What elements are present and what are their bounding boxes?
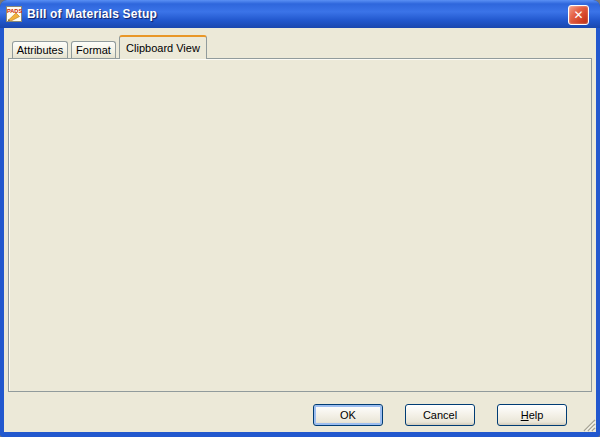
cancel-button[interactable]: Cancel xyxy=(405,404,475,426)
close-icon: ✕ xyxy=(573,8,583,22)
pads-app-icon: PADS xyxy=(6,6,22,22)
tab-page-clipboard-view xyxy=(8,58,592,392)
resize-grip-icon[interactable] xyxy=(582,418,596,432)
pads-logo-text: PADS xyxy=(7,8,22,14)
help-rest: elp xyxy=(529,409,544,421)
title-bar[interactable]: PADS Bill of Materials Setup ✕ xyxy=(0,0,600,28)
window-title: Bill of Materials Setup xyxy=(27,7,157,21)
ok-button[interactable]: OK xyxy=(313,404,383,426)
tab-attributes[interactable]: Attributes xyxy=(12,41,68,58)
tab-label: Attributes xyxy=(17,44,63,56)
tab-clipboard-view[interactable]: Clipboard View xyxy=(119,35,207,59)
bill-of-materials-dialog: PADS Bill of Materials Setup ✕ Attribute… xyxy=(0,0,600,437)
help-button[interactable]: Help xyxy=(497,404,567,426)
tab-label: Clipboard View xyxy=(126,42,200,54)
tab-label: Format xyxy=(76,44,111,56)
close-button[interactable]: ✕ xyxy=(568,5,589,25)
help-accel: H xyxy=(521,409,529,421)
tab-format[interactable]: Format xyxy=(71,41,116,58)
